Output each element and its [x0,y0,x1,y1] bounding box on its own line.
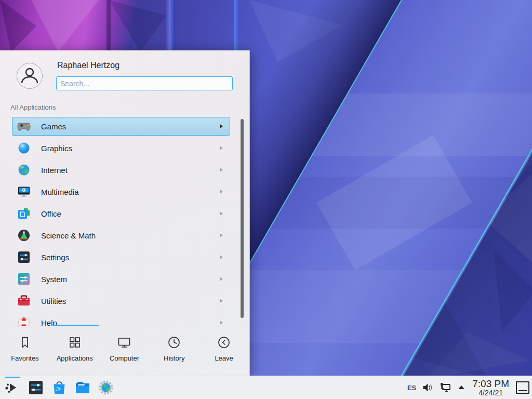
kde-launcher-icon [4,379,21,396]
show-desktop-button[interactable] [516,381,529,394]
user-name: Raphael Hertzog [57,61,119,70]
category-label: Office [41,209,220,218]
category-multimedia[interactable]: Multimedia [12,182,230,201]
submenu-arrow-icon [220,233,223,237]
application-launcher-menu: Raphael Hertzog All Applications [0,50,250,376]
sphere-icon [17,141,31,155]
tab-label: Favorites [11,354,38,362]
tab-label: Applications [57,354,93,362]
tab-label: History [164,354,184,362]
application-launcher-button[interactable] [4,379,21,396]
desktop: Raphael Hertzog All Applications [0,0,532,399]
discover-icon [51,379,68,396]
submenu-arrow-icon [220,277,223,281]
submenu-arrow-icon [220,146,223,150]
globe-icon [17,163,31,177]
tab-favorites[interactable]: Favorites [0,326,50,376]
user-avatar[interactable] [17,63,43,89]
category-science-math[interactable]: Science & Math [12,226,230,245]
system-settings-icon [28,379,44,396]
header-divider [0,99,249,99]
tab-leave[interactable]: Leave [199,326,249,376]
user-icon [17,63,42,88]
category-label: Games [41,122,220,131]
lifebuoy-icon [17,316,31,326]
taskbar-launchers [0,379,114,396]
web-browser-launcher[interactable] [98,379,114,396]
category-label: Graphics [41,144,220,153]
taskbar-panel: ES 7:03 PM 4/24/21 [0,376,532,399]
bookmark-icon [18,335,32,350]
documents-icon [17,207,31,220]
tab-label: Leave [215,354,233,362]
leave-icon [217,335,231,350]
category-settings[interactable]: Settings [12,248,230,267]
submenu-arrow-icon [220,211,223,216]
section-label: All Applications [10,103,56,111]
submenu-arrow-icon [220,321,223,325]
system-settings-launcher[interactable] [28,379,44,396]
folder-icon [74,379,91,396]
tab-history[interactable]: History [149,326,199,376]
search-input[interactable] [56,76,233,90]
submenu-arrow-icon [220,168,223,172]
computer-icon [117,335,131,350]
grid-icon [68,335,82,350]
category-utilities[interactable]: Utilities [12,291,230,310]
network-icon[interactable] [439,381,451,394]
keyboard-layout-indicator[interactable]: ES [407,384,416,392]
submenu-arrow-icon [220,124,223,128]
category-games[interactable]: Games [12,117,230,136]
digital-clock[interactable]: 7:03 PM 4/24/21 [472,379,509,397]
category-help[interactable]: Help [12,313,230,326]
submenu-arrow-icon [220,255,223,259]
expand-arrow-icon[interactable] [457,383,466,392]
toolbox-icon [17,294,31,308]
category-label: Utilities [41,297,220,305]
application-category-list: Games Graphics [0,117,249,326]
clock-icon [167,335,181,350]
discover-launcher[interactable] [51,379,68,396]
category-label: System [41,275,220,284]
system-sliders-icon [17,272,31,286]
list-scrollbar[interactable] [241,119,244,318]
tab-applications[interactable]: Applications [50,326,100,376]
monitor-play-icon [17,185,31,198]
browser-globe-gear-icon [98,379,114,396]
category-internet[interactable]: Internet [12,161,230,179]
clock-date: 4/24/21 [472,389,509,397]
category-office[interactable]: Office [12,204,230,223]
volume-icon[interactable] [422,382,433,393]
category-label: Settings [41,253,220,262]
launcher-header: Raphael Hertzog [0,50,249,99]
tab-computer[interactable]: Computer [100,326,150,376]
gamepad-icon [17,119,31,133]
system-tray: ES 7:03 PM 4/24/21 [407,379,532,397]
category-label: Internet [41,166,220,175]
tab-label: Computer [110,354,139,362]
submenu-arrow-icon [220,299,223,303]
category-system[interactable]: System [12,270,230,288]
category-label: Science & Math [41,231,220,240]
flask-icon [17,229,31,242]
file-manager-launcher[interactable] [74,379,91,396]
clock-time: 7:03 PM [472,379,509,389]
submenu-arrow-icon [220,190,223,194]
category-label: Multimedia [41,188,220,196]
sliders-icon [17,250,31,264]
category-graphics[interactable]: Graphics [12,139,230,157]
launcher-tab-bar: Favorites Applications Computer [0,326,249,376]
